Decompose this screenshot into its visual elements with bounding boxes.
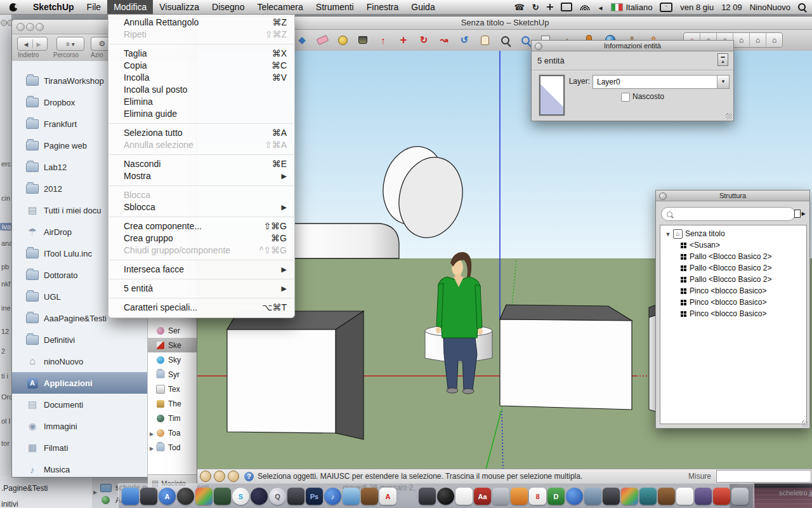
accessibility-icon[interactable] xyxy=(547,4,553,10)
tree-item[interactable]: Pallo <Blocco Basico 2> xyxy=(660,251,806,262)
dock-icon-colors-app[interactable] xyxy=(713,488,730,505)
dock-icon-numbers[interactable] xyxy=(658,488,675,505)
wifi-icon[interactable] xyxy=(580,4,590,10)
dock-icon-notes[interactable] xyxy=(676,488,693,505)
right-view-button[interactable]: ⌂ xyxy=(733,33,750,47)
menu-item-mostra[interactable]: Mostra▶ xyxy=(108,170,294,182)
dock-icon-app-store[interactable]: A xyxy=(159,488,176,505)
sidebar-item-ninonuovo[interactable]: ninoNuovo xyxy=(12,351,147,372)
menu-item-copia[interactable]: Copia⌘C xyxy=(108,60,294,72)
path-button[interactable] xyxy=(56,37,84,51)
menu-item-annulla[interactable]: Annulla Rettangolo⌘Z xyxy=(108,17,294,29)
list-item[interactable]: Tim xyxy=(148,411,197,425)
orbit-tool-icon[interactable] xyxy=(456,32,473,48)
disclosure-triangle-icon[interactable] xyxy=(150,429,154,438)
minimize-button[interactable] xyxy=(26,23,34,31)
move-tool-icon[interactable] xyxy=(395,32,412,48)
zoom-button[interactable] xyxy=(36,23,44,31)
dock-icon-quicktime[interactable]: Q xyxy=(269,488,286,505)
dock-icon-acrobat-reader[interactable]: A xyxy=(379,488,396,505)
spotlight-icon[interactable] xyxy=(798,3,806,11)
dock-icon-skype[interactable]: S xyxy=(232,488,249,505)
menu-item-sblocca[interactable]: Sblocca▶ xyxy=(108,201,294,213)
material-swatch[interactable] xyxy=(539,75,565,116)
dock-icon-garageband[interactable] xyxy=(361,488,378,505)
menu-item-nascondi[interactable]: Nascondi⌘E xyxy=(108,158,294,170)
menu-disegno[interactable]: Disegno xyxy=(206,0,251,14)
layer-dropdown[interactable]: Layer0 ▼ xyxy=(593,75,730,89)
user-menu[interactable]: NinoNuovo xyxy=(750,3,790,12)
forward-icon[interactable] xyxy=(37,41,41,48)
menu-item-interseca-facce[interactable]: Interseca facce▶ xyxy=(108,264,294,276)
license-icon[interactable] xyxy=(228,471,239,482)
back-forward-buttons[interactable] xyxy=(17,37,48,51)
outliner-titlebar[interactable]: Struttura xyxy=(656,190,809,201)
zoom-tool-icon[interactable] xyxy=(497,32,513,48)
input-language-menu[interactable]: Italiano xyxy=(611,3,652,12)
close-icon[interactable] xyxy=(535,43,542,50)
menu-strumenti[interactable]: Strumenti xyxy=(310,0,360,14)
dock-icon-finder[interactable] xyxy=(122,488,139,505)
menu-item-crea-componente[interactable]: Crea componente...⇧⌘G xyxy=(108,220,294,232)
dock-icon-system-preferences[interactable] xyxy=(492,488,509,505)
tree-item[interactable]: Pallo <Blocco Basico 2> xyxy=(660,262,806,274)
dock-icon-iphoto[interactable] xyxy=(419,488,436,505)
paint-bucket-icon[interactable] xyxy=(355,32,371,48)
geo-credit-icon[interactable] xyxy=(200,471,211,482)
menu-finestra[interactable]: Finestra xyxy=(360,0,405,14)
attribution-icon[interactable] xyxy=(214,471,225,482)
close-icon[interactable] xyxy=(659,192,667,200)
menu-item-incolla-sul-posto[interactable]: Incolla sul posto xyxy=(108,84,294,96)
list-item[interactable]: Toa xyxy=(148,425,197,440)
menu-sketchup[interactable]: SketchUp xyxy=(27,0,81,14)
dock-icon-address-book[interactable] xyxy=(695,488,712,505)
widget-icon[interactable]: ~ xyxy=(660,3,672,12)
search-input[interactable] xyxy=(675,210,779,218)
sidebar-item-immagini[interactable]: Immagini xyxy=(12,415,147,437)
menu-item-taglia[interactable]: Taglia⌘X xyxy=(108,48,294,60)
resize-grip[interactable] xyxy=(726,113,732,119)
menu-item-elimina-guide[interactable]: Elimina guide xyxy=(108,108,294,120)
menu-file[interactable]: File xyxy=(81,0,108,14)
tree-root-row[interactable]: Senza titolo xyxy=(660,228,806,239)
menu-item-seleziona-tutto[interactable]: Seleziona tutto⌘A xyxy=(108,127,294,139)
dock-icon-launchpad[interactable] xyxy=(287,488,304,505)
follow-me-icon[interactable] xyxy=(436,32,452,48)
plan-view-button[interactable]: ⌂ xyxy=(766,33,782,47)
list-item[interactable]: Tex xyxy=(148,382,197,396)
menu-item-elimina[interactable]: Elimina xyxy=(108,96,294,108)
sidebar-item-filmati[interactable]: Filmati xyxy=(12,437,147,458)
help-icon[interactable] xyxy=(244,472,254,481)
disclosure-triangle-icon[interactable] xyxy=(150,443,154,452)
dock-icon-dictionary[interactable]: Aa xyxy=(474,488,491,505)
menu-clock[interactable]: 12 09 xyxy=(721,3,742,12)
tree-item[interactable]: Pinco <blocco Basico> xyxy=(660,297,806,308)
back-icon[interactable] xyxy=(24,41,29,48)
tree-item[interactable]: Pinco <blocco Basico> xyxy=(660,308,806,319)
close-button[interactable] xyxy=(16,23,25,31)
dock-icon-itunes[interactable]: ♪ xyxy=(324,488,341,505)
dock-icon-photo-booth[interactable] xyxy=(437,488,454,505)
outliner-search-field[interactable] xyxy=(661,207,796,221)
list-item[interactable]: The xyxy=(148,396,197,411)
sidebar-item-applicazioni[interactable]: AApplicazioni xyxy=(12,372,147,394)
menu-item-5-entita[interactable]: 5 entità▶ xyxy=(108,283,294,295)
list-item[interactable]: Tod xyxy=(148,440,197,455)
collapse-toggle-icon[interactable] xyxy=(717,53,728,66)
volume-icon[interactable] xyxy=(598,3,604,12)
dock-icon-pages[interactable] xyxy=(511,488,528,505)
push-pull-icon[interactable] xyxy=(375,32,391,48)
tree-item[interactable]: Pallo <Blocco Basico 2> xyxy=(660,274,806,285)
entity-info-titlebar[interactable]: Informazioni entità xyxy=(532,41,733,51)
chevron-down-icon[interactable]: ▼ xyxy=(717,76,729,88)
menu-guida[interactable]: Guida xyxy=(405,0,441,14)
menu-telecamera[interactable]: Telecamera xyxy=(251,0,309,14)
dock-icon-mail[interactable] xyxy=(584,488,601,505)
dock-icon-safari[interactable] xyxy=(566,488,583,505)
hidden-checkbox[interactable] xyxy=(621,93,630,102)
back-view-button[interactable]: ⌂ xyxy=(750,33,766,47)
dock-icon-keynote[interactable] xyxy=(639,488,657,505)
tape-measure-icon[interactable] xyxy=(334,32,351,48)
eraser-tool-icon[interactable] xyxy=(314,32,331,48)
dock-icon-time-machine[interactable] xyxy=(140,488,157,505)
